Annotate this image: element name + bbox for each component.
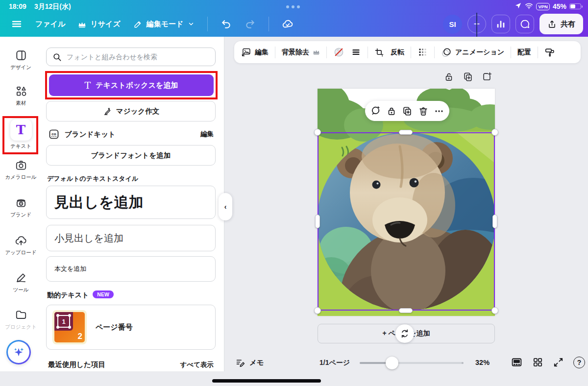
resize-handle-top-left[interactable] [314, 129, 321, 136]
transparency-icon [417, 47, 428, 57]
resize-button[interactable]: リサイズ [78, 20, 120, 29]
pencil-icon [133, 20, 143, 29]
resize-handle-left[interactable] [315, 215, 320, 228]
resize-handle-bottom-right[interactable] [491, 307, 498, 314]
transparency-button[interactable] [417, 47, 428, 57]
help-button[interactable]: ? [573, 357, 585, 368]
edit-mode-button[interactable]: 編集モード [133, 20, 195, 29]
battery-icon [569, 3, 581, 9]
add-heading-box[interactable]: 見出しを追加 [46, 186, 216, 219]
svg-text:co: co [51, 132, 56, 136]
resize-handle-top-right[interactable] [491, 129, 498, 136]
page-indicator: 1/1ページ [319, 359, 350, 367]
sidebar-item-elements[interactable]: 素材 [0, 85, 42, 107]
canvas-page[interactable] [318, 89, 495, 316]
brand-icon [15, 196, 27, 209]
redo-button[interactable] [245, 19, 256, 30]
background-remove-button[interactable]: 背景除去 [282, 48, 320, 57]
status-icons: VPN 45% [514, 2, 581, 11]
sidebar-item-design[interactable]: デザイン [0, 49, 42, 71]
upload-cloud-icon [15, 234, 27, 247]
resize-handle-top[interactable] [399, 130, 413, 135]
no-filter-button[interactable] [333, 47, 344, 58]
resize-handle-right[interactable] [492, 215, 497, 228]
avatar[interactable]: SI [443, 15, 462, 34]
chevron-down-icon [188, 21, 195, 27]
crop-button[interactable] [374, 48, 384, 57]
insights-button[interactable] [491, 15, 510, 33]
panel-collapse-button[interactable]: ‹ [219, 193, 232, 220]
comment-icon [519, 19, 530, 29]
position-button[interactable]: 配置 [517, 48, 531, 57]
duplicate-element-button[interactable] [402, 106, 413, 117]
animate-icon [441, 47, 452, 58]
zoom-slider[interactable] [360, 362, 463, 364]
comments-button[interactable] [515, 15, 534, 33]
default-styles-title: デフォルトのテキストスタイル [47, 174, 138, 183]
unlock-page-button[interactable] [443, 72, 454, 84]
sidebar-item-projects[interactable]: プロジェクト [0, 309, 42, 331]
flip-button[interactable]: 反転 [391, 48, 404, 57]
page-number-card[interactable]: 1 2 ページ番号 [46, 305, 216, 350]
search-input[interactable] [67, 53, 209, 61]
fullscreen-button[interactable] [553, 357, 564, 368]
home-indicator[interactable] [212, 379, 321, 383]
undo-icon [220, 19, 232, 30]
sparkles-icon [12, 345, 25, 359]
multitask-dots-icon[interactable] [286, 5, 300, 8]
sidebar-item-brand[interactable]: ブランド [0, 196, 42, 218]
sidebar-item-camera-roll[interactable]: カメラロール [0, 159, 42, 181]
animate-button[interactable]: アニメーション [441, 47, 504, 58]
design-icon [15, 49, 27, 62]
menu-button[interactable] [11, 18, 23, 30]
recent-items-row: 最近使用した項目 すべて表示 [48, 360, 214, 369]
add-body-text-box[interactable]: 本文を追加 [46, 256, 216, 282]
file-menu-button[interactable]: ファイル [35, 20, 65, 29]
brand-kit-row[interactable]: co ブランドキット 編集 [48, 127, 214, 141]
add-page-above-button[interactable] [482, 72, 492, 84]
brand-kit-icon: co [48, 128, 60, 140]
share-button[interactable]: 共有 [539, 14, 583, 34]
duplicate-icon [463, 72, 473, 82]
add-subheading-box[interactable]: 小見出しを追加 [46, 225, 216, 251]
elements-icon [15, 85, 27, 97]
duplicate-page-button[interactable] [463, 72, 473, 84]
sidebar-item-text[interactable]: T テキスト [0, 119, 42, 150]
more-options-button[interactable] [434, 106, 444, 117]
notes-button[interactable]: メモ [235, 358, 264, 368]
see-all-link[interactable]: すべて表示 [180, 361, 214, 369]
delete-element-button[interactable] [418, 106, 429, 117]
text-cursor [476, 13, 477, 37]
add-page-icon [482, 72, 492, 82]
resize-handle-bottom-left[interactable] [314, 307, 321, 314]
wifi-icon [525, 2, 533, 11]
resize-handle-bottom[interactable] [399, 308, 413, 313]
cloud-save-status[interactable] [282, 18, 294, 30]
zoom-slider-knob[interactable] [386, 357, 398, 369]
undo-button[interactable] [220, 19, 232, 30]
new-badge: NEW [93, 290, 114, 298]
lock-element-button[interactable] [386, 106, 397, 117]
lock-open-icon [443, 72, 454, 82]
add-comment-button[interactable] [370, 105, 381, 117]
add-brand-font-button[interactable]: ブランドフォントを追加 [46, 145, 216, 166]
presenter-view-button[interactable] [511, 356, 523, 368]
adjust-button[interactable] [351, 47, 361, 57]
copy-style-button[interactable] [544, 47, 555, 58]
grid-view-icon [532, 357, 543, 368]
magic-write-button[interactable]: マジック作文 [46, 101, 216, 121]
grid-view-button[interactable] [532, 357, 543, 368]
toolbar-left: ファイル リサイズ 編集モード [11, 12, 294, 36]
sync-spinner [395, 324, 414, 343]
brand-kit-edit-link[interactable]: 編集 [200, 130, 214, 139]
sidebar-item-uploads[interactable]: アップロード [0, 234, 42, 256]
status-bar: 18:09 3月12日(水) VPN 45% [0, 1, 588, 12]
sidebar-item-tools[interactable]: ツール [0, 271, 42, 293]
lock-icon [386, 106, 397, 117]
font-search[interactable] [46, 48, 216, 66]
edit-image-button[interactable]: 編集 [241, 47, 269, 57]
add-text-box-button[interactable]: T テキストボックスを追加 [49, 74, 214, 96]
crown-icon [313, 49, 320, 55]
paint-roller-icon [544, 47, 555, 58]
magic-ai-button[interactable] [6, 340, 31, 364]
